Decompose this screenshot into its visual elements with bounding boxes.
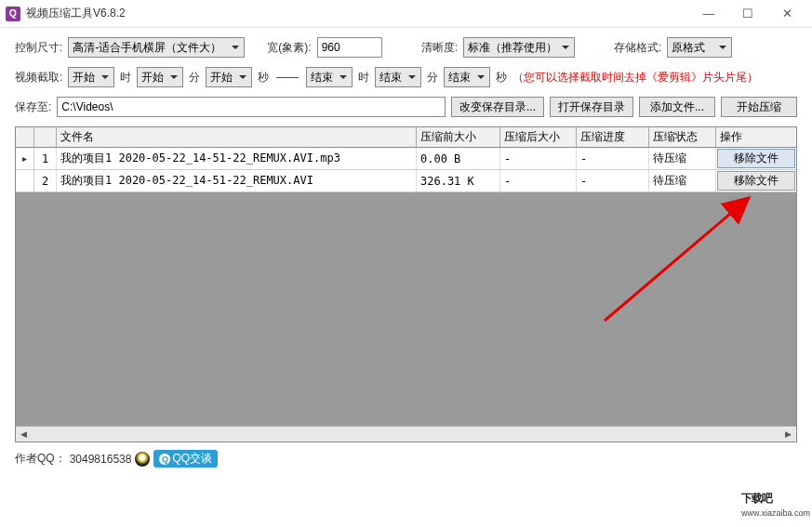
horizontal-scrollbar[interactable]: ◀ ▶	[16, 426, 796, 441]
close-button[interactable]: ✕	[767, 1, 806, 27]
app-icon: Q	[6, 7, 20, 21]
row-progress: -	[577, 170, 649, 191]
row-before-size: 326.31 K	[417, 170, 500, 191]
scroll-left-icon[interactable]: ◀	[16, 427, 32, 442]
file-table: 文件名 压缩前大小 压缩后大小 压缩进度 压缩状态 操作 ▸ 1 我的项目1 2…	[15, 126, 797, 442]
table-header: 文件名 压缩前大小 压缩后大小 压缩进度 压缩状态 操作	[16, 127, 796, 148]
col-operation[interactable]: 操作	[716, 127, 796, 147]
clarity-label: 清晰度:	[421, 40, 458, 56]
saveto-label: 保存至:	[15, 99, 51, 115]
maximize-button[interactable]: ☐	[728, 1, 767, 27]
row-before-size: 0.00 B	[417, 148, 500, 169]
qq-face-icon	[135, 452, 150, 467]
remove-file-button[interactable]: 移除文件	[717, 171, 795, 191]
row-filename: 我的项目1 2020-05-22_14-51-22_REMUX.AVI.mp3	[57, 148, 417, 169]
hour-unit-2: 时	[358, 70, 369, 86]
col-filename[interactable]: 文件名	[57, 127, 417, 147]
watermark: 下载吧 www.xiazaiba.com	[741, 479, 810, 518]
save-path-input[interactable]	[57, 97, 446, 117]
format-label: 存储格式:	[614, 40, 661, 56]
row-index: 1	[34, 148, 57, 169]
crop-label: 视频截取:	[15, 70, 62, 86]
open-dir-button[interactable]: 打开保存目录	[550, 97, 633, 117]
clarity-select[interactable]: 标准（推荐使用）	[463, 37, 575, 58]
size-select[interactable]: 高清-适合手机横屏（文件大）	[68, 37, 245, 58]
size-row: 控制尺寸: 高清-适合手机横屏（文件大） 宽(象素): 清晰度: 标准（推荐使用…	[15, 37, 797, 58]
save-row: 保存至: 改变保存目录... 打开保存目录 添加文件... 开始压缩	[15, 97, 797, 117]
author-label: 作者QQ：	[15, 451, 66, 467]
row-after-size: -	[500, 170, 577, 191]
sec-unit-2: 秒	[496, 70, 507, 86]
scroll-track[interactable]	[32, 427, 780, 441]
start-sec-select[interactable]: 开始	[206, 67, 252, 87]
row-status: 待压缩	[649, 148, 716, 169]
start-compress-button[interactable]: 开始压缩	[721, 97, 797, 117]
footer: 作者QQ： 3049816538 Q QQ交谈	[0, 448, 812, 469]
start-hour-select[interactable]: 开始	[68, 67, 114, 87]
range-separator: ——	[276, 71, 299, 84]
start-min-select[interactable]: 开始	[137, 67, 183, 87]
row-filename: 我的项目1 2020-05-22_14-51-22_REMUX.AVI	[57, 170, 417, 191]
watermark-url: www.xiazaiba.com	[741, 508, 810, 518]
col-index	[34, 127, 57, 147]
col-before-size[interactable]: 压缩前大小	[417, 127, 500, 147]
table-body: ▸ 1 我的项目1 2020-05-22_14-51-22_REMUX.AVI.…	[16, 148, 796, 192]
hour-unit-1: 时	[120, 70, 131, 86]
remove-file-button[interactable]: 移除文件	[717, 149, 795, 168]
col-after-size[interactable]: 压缩后大小	[500, 127, 577, 147]
window-title: 视频压缩工具V6.8.2	[26, 6, 689, 21]
end-min-select[interactable]: 结束	[375, 67, 421, 87]
watermark-text: 下载吧	[741, 492, 772, 505]
row-status: 待压缩	[649, 170, 716, 191]
crop-row: 视频截取: 开始 时 开始 分 开始 秒 —— 结束 时 结束 分 结束 秒 （…	[15, 67, 797, 87]
qq-chat-button[interactable]: Q QQ交谈	[153, 450, 218, 468]
width-label: 宽(象素):	[267, 40, 311, 56]
col-marker	[16, 127, 34, 147]
min-unit-2: 分	[427, 70, 438, 86]
add-file-button[interactable]: 添加文件...	[639, 97, 715, 117]
row-marker: ▸	[16, 148, 34, 169]
qq-icon: Q	[159, 454, 170, 465]
col-status[interactable]: 压缩状态	[649, 127, 716, 147]
sec-unit-1: 秒	[258, 70, 269, 86]
size-label: 控制尺寸:	[15, 40, 62, 56]
titlebar: Q 视频压缩工具V6.8.2 — ☐ ✕	[0, 0, 812, 28]
minimize-button[interactable]: —	[689, 1, 728, 27]
change-dir-button[interactable]: 改变保存目录...	[451, 97, 544, 117]
crop-hint: （您可以选择截取时间去掉《爱剪辑》片头片尾）	[512, 70, 758, 86]
row-op-cell: 移除文件	[716, 170, 796, 191]
table-row[interactable]: 2 我的项目1 2020-05-22_14-51-22_REMUX.AVI 32…	[16, 170, 796, 192]
scroll-right-icon[interactable]: ▶	[780, 427, 796, 442]
col-progress[interactable]: 压缩进度	[577, 127, 649, 147]
row-index: 2	[34, 170, 57, 191]
row-op-cell: 移除文件	[716, 148, 796, 169]
end-sec-select[interactable]: 结束	[444, 67, 490, 87]
row-marker	[16, 170, 34, 191]
width-input[interactable]	[317, 37, 382, 58]
author-qq: 3049816538	[70, 453, 132, 466]
table-row[interactable]: ▸ 1 我的项目1 2020-05-22_14-51-22_REMUX.AVI.…	[16, 148, 796, 170]
row-progress: -	[577, 148, 649, 169]
qq-chat-label: QQ交谈	[172, 451, 212, 467]
min-unit-1: 分	[189, 70, 200, 86]
format-select[interactable]: 原格式	[667, 37, 732, 58]
row-after-size: -	[500, 148, 577, 169]
end-hour-select[interactable]: 结束	[306, 67, 353, 87]
